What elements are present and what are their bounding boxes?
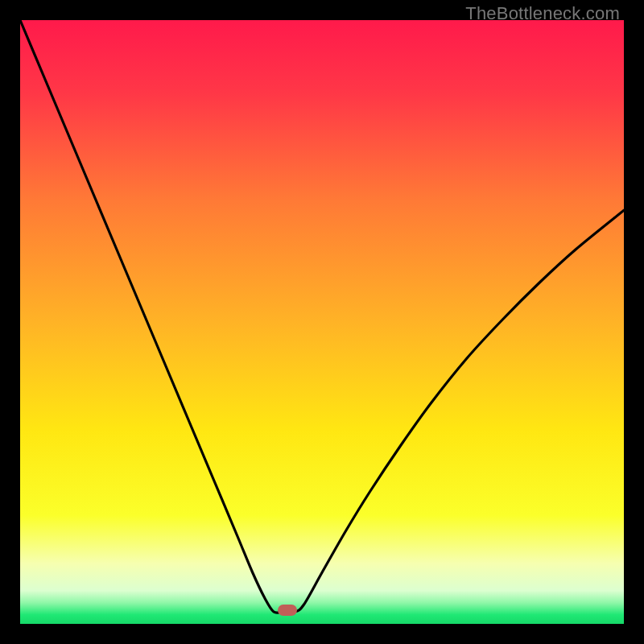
watermark-text: TheBottleneck.com [465, 3, 620, 24]
bottleneck-chart [20, 20, 624, 624]
gradient-background [20, 20, 624, 624]
optimal-point-marker [278, 605, 297, 616]
chart-frame [20, 20, 624, 624]
